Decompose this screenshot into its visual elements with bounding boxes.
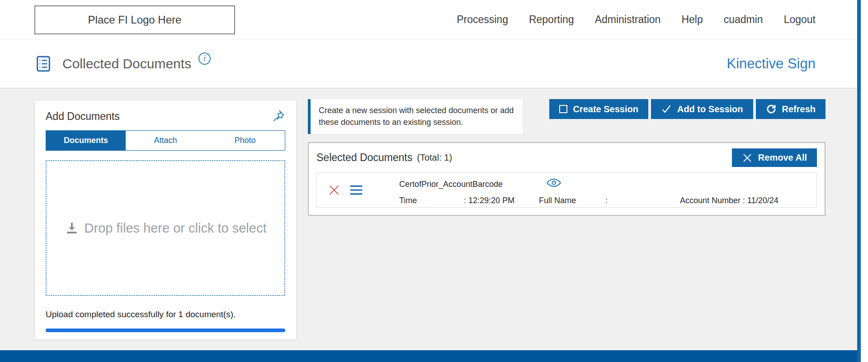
refresh-button[interactable]: Refresh bbox=[756, 99, 826, 119]
tab-documents[interactable]: Documents bbox=[46, 131, 126, 150]
footer-bar bbox=[0, 350, 857, 362]
add-documents-title: Add Documents bbox=[46, 110, 120, 123]
nav-logout[interactable]: Logout bbox=[784, 14, 816, 26]
add-documents-tabs: Documents Attach Photo bbox=[46, 130, 285, 151]
full-name-label: Full Name bbox=[539, 196, 576, 205]
nav-user-cuadmin[interactable]: cuadmin bbox=[724, 14, 763, 26]
nav-help[interactable]: Help bbox=[681, 14, 703, 26]
create-session-label: Create Session bbox=[573, 104, 638, 114]
nav-reporting[interactable]: Reporting bbox=[529, 14, 574, 26]
preview-eye-icon[interactable] bbox=[547, 178, 561, 188]
fi-logo-placeholder: Place FI Logo Here bbox=[34, 5, 235, 34]
drag-handle-icon[interactable] bbox=[349, 185, 364, 195]
brand-kinective-sign: Kinective Sign bbox=[727, 56, 816, 72]
session-column: Create a new session with selected docum… bbox=[308, 99, 826, 216]
upload-progress-bar bbox=[46, 329, 285, 332]
check-icon bbox=[661, 104, 672, 114]
app: Place FI Logo Here Processing Reporting … bbox=[0, 0, 868, 89]
session-info-message-box: Create a new session with selected docum… bbox=[308, 99, 523, 134]
document-row: CertofPrior_AccountBarcode Time : 12:29:… bbox=[316, 172, 817, 208]
remove-all-label: Remove All bbox=[758, 152, 807, 163]
tab-attach[interactable]: Attach bbox=[126, 131, 205, 150]
selected-documents-title: Selected Documents bbox=[316, 152, 412, 164]
create-session-button[interactable]: Create Session bbox=[549, 99, 648, 119]
add-documents-card: Add Documents Documents Attach Photo bbox=[34, 100, 297, 340]
selected-documents-total: (Total: 1) bbox=[417, 152, 452, 163]
page-header: Collected Documents i Kinective Sign bbox=[0, 40, 868, 89]
refresh-icon bbox=[766, 104, 777, 114]
remove-all-button[interactable]: Remove All bbox=[732, 148, 817, 167]
scrollbar-thumb[interactable] bbox=[857, 0, 861, 362]
upload-status-text: Upload completed successfully for 1 docu… bbox=[46, 310, 285, 319]
nav-administration[interactable]: Administration bbox=[595, 14, 661, 26]
add-to-session-label: Add to Session bbox=[677, 104, 743, 114]
square-icon bbox=[559, 105, 567, 113]
delete-document-icon[interactable] bbox=[328, 184, 340, 196]
add-to-session-button[interactable]: Add to Session bbox=[651, 99, 753, 119]
time-value: : 12:29:20 PM bbox=[464, 196, 514, 205]
file-dropzone[interactable]: Drop files here or click to select bbox=[46, 160, 285, 296]
page-title: Collected Documents bbox=[62, 56, 191, 71]
pin-icon[interactable] bbox=[272, 110, 285, 123]
document-name: CertofPrior_AccountBarcode bbox=[399, 180, 503, 189]
scrollbar-track bbox=[857, 0, 868, 362]
session-actions: Create Session Add to Session bbox=[549, 99, 826, 119]
fi-logo-text: Place FI Logo Here bbox=[88, 14, 182, 26]
main-nav: Processing Reporting Administration Help… bbox=[457, 14, 816, 26]
top-bar: Place FI Logo Here Processing Reporting … bbox=[0, 0, 868, 40]
main-content: Add Documents Documents Attach Photo bbox=[0, 89, 857, 350]
tab-photo[interactable]: Photo bbox=[205, 131, 285, 150]
nav-processing[interactable]: Processing bbox=[457, 14, 508, 26]
time-label: Time bbox=[399, 196, 417, 205]
info-icon[interactable]: i bbox=[198, 52, 211, 65]
dropzone-text: Drop files here or click to select bbox=[85, 221, 267, 236]
refresh-label: Refresh bbox=[782, 104, 816, 114]
collected-documents-icon bbox=[34, 55, 52, 73]
session-info-message: Create a new session with selected docum… bbox=[319, 106, 514, 127]
selected-documents-panel: Selected Documents (Total: 1) Remove All bbox=[308, 142, 826, 216]
download-icon bbox=[65, 221, 79, 235]
close-icon bbox=[742, 152, 753, 163]
full-name-value: : bbox=[605, 196, 608, 205]
account-number-text: Account Number : 11/20/24 bbox=[680, 196, 778, 205]
document-row-content: CertofPrior_AccountBarcode Time : 12:29:… bbox=[364, 173, 816, 207]
